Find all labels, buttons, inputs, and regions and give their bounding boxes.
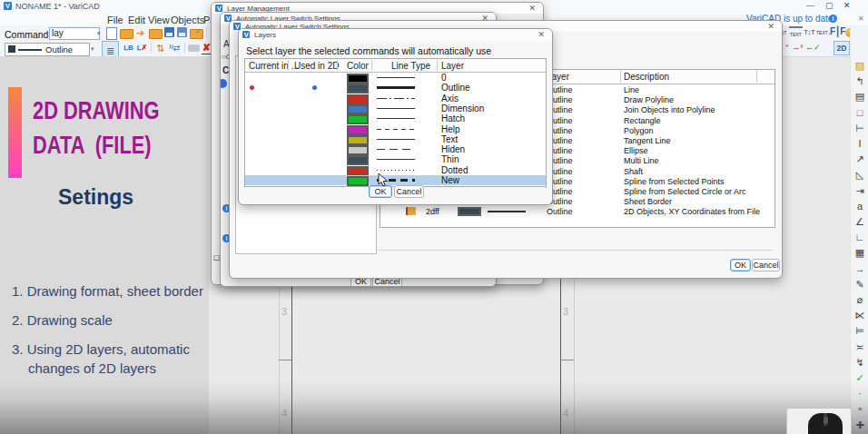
layer-delete-icon[interactable]: L̲✗: [135, 42, 149, 54]
check-mark-icon: ✓: [192, 25, 205, 38]
cad-tool-icon[interactable]: ✎: [851, 277, 868, 291]
line-type-sample: [377, 159, 415, 160]
text-height-icon[interactable]: T↕T: [803, 26, 816, 39]
cad-tool-icon[interactable]: ⋉: [851, 308, 868, 322]
command-input[interactable]: lay: [49, 27, 100, 40]
menu-view[interactable]: View: [148, 15, 170, 25]
text-width-icon[interactable]: TEXT↔: [816, 26, 830, 39]
layers-table-row[interactable]: Axis: [245, 94, 546, 104]
rename-layer-icon[interactable]: ᴺ⇄: [168, 42, 182, 54]
cad-tool-icon[interactable]: ◺: [851, 167, 868, 182]
cad-tool-icon[interactable]: ⇥: [851, 183, 868, 198]
dimension-delete-icon[interactable]: ↔ˣ: [791, 41, 804, 54]
font-icon[interactable]: F⎮F: [830, 25, 843, 38]
mouse-graphic: [808, 413, 843, 434]
zone-label: 3: [281, 306, 287, 317]
layers-table-row[interactable]: Hatch: [245, 113, 546, 123]
row-description: Polygon: [624, 126, 654, 135]
open-file-icon[interactable]: [120, 29, 133, 39]
layer-switch-tool-active[interactable]: ≣: [102, 41, 119, 57]
view-2d-button[interactable]: 2D: [833, 41, 850, 55]
mouse-wheel: [824, 417, 828, 424]
layers-table-row[interactable]: Thin: [245, 154, 546, 164]
menu-objects[interactable]: Objects: [171, 15, 204, 25]
cad-tool-icon[interactable]: ▨: [851, 58, 868, 73]
cad-tool-icon[interactable]: Ι: [851, 136, 868, 151]
cancel-button[interactable]: Cancel: [752, 259, 780, 271]
save-icon[interactable]: [164, 27, 174, 37]
layers-icon: ≣: [106, 45, 114, 56]
cad-tool-icon[interactable]: ✓: [851, 370, 868, 385]
layer-selector[interactable]: Outline: [5, 43, 90, 56]
row-description: Sheet Border: [624, 197, 672, 206]
cad-tool-icon[interactable]: ▦: [851, 245, 868, 260]
cad-tool-icon[interactable]: ⊢: [851, 121, 868, 135]
save-as-icon[interactable]: [177, 27, 187, 37]
dialog-titlebar[interactable]: Layers ✕: [239, 29, 552, 41]
dialog-prompt: Select layer the selected commands will …: [246, 45, 491, 56]
cad-tool-icon[interactable]: ✚: [851, 418, 868, 432]
color-swatch[interactable]: [347, 176, 369, 186]
move-layer-icon[interactable]: ⇅: [153, 42, 167, 54]
cad-tool-icon[interactable]: ·: [851, 386, 868, 400]
divider: [379, 250, 773, 251]
layer-line-preview: [18, 49, 42, 51]
varicad-app: NONAME 1* - VariCAD — ▢ ✕ File Edit View…: [0, 0, 868, 434]
cad-tool-icon[interactable]: □: [851, 105, 868, 120]
cad-tool-icon[interactable]: →: [851, 261, 868, 276]
info-icon[interactable]: i: [829, 15, 837, 23]
new-file-icon[interactable]: [106, 27, 117, 40]
menu-file[interactable]: File: [107, 15, 123, 25]
cad-tool-icon[interactable]: ≍: [851, 340, 868, 354]
maximize-button[interactable]: ▢: [825, 1, 833, 10]
cad-tool-icon[interactable]: ↯: [851, 355, 868, 370]
close-icon[interactable]: ✕: [767, 22, 774, 31]
command-dropdown-icon[interactable]: ▾: [97, 30, 101, 37]
line-type-sample: [377, 139, 415, 140]
close-button[interactable]: ✕: [843, 1, 851, 10]
cad-tool-icon[interactable]: ∠: [851, 214, 868, 229]
dialog-title: Layers: [254, 31, 276, 39]
cad-tool-icon[interactable]: ▤: [851, 89, 868, 104]
notice-close-icon[interactable]: ✕: [858, 15, 864, 23]
mouse-overlay-box: [786, 408, 852, 434]
cad-tool-icon[interactable]: ∘: [851, 401, 868, 416]
cad-tool-icon[interactable]: ⊨: [851, 323, 868, 338]
layer-name: Thin: [441, 154, 459, 164]
cad-tool-icon[interactable]: ↗: [851, 152, 868, 166]
text-lines-icon[interactable]: TEXT: [789, 26, 803, 41]
window-title: NONAME 1* - VariCAD: [15, 2, 100, 11]
minimize-button[interactable]: —: [806, 1, 814, 10]
layers-table-row[interactable]: New: [245, 175, 546, 185]
layer-name: 0: [441, 73, 447, 83]
layers-table-row[interactable]: Hiden: [245, 144, 546, 154]
zone-tick: [560, 360, 574, 360]
layers-table-row[interactable]: Outline: [245, 83, 546, 93]
layers-table-row[interactable]: Dotted: [245, 165, 546, 175]
panel-title-line1: 2D DRAWING: [33, 98, 160, 123]
cad-tool-icon[interactable]: a: [851, 199, 868, 213]
layers-table-row[interactable]: Text: [245, 134, 546, 144]
layer-dropdown-icon[interactable]: ▾: [91, 45, 94, 53]
cad-tool-icon[interactable]: ⌀: [851, 292, 868, 307]
close-icon[interactable]: ✕: [528, 4, 536, 13]
dimension-ok-icon[interactable]: ↔✓: [805, 41, 819, 54]
ok-button[interactable]: OK: [730, 259, 751, 271]
dialog-icon: [215, 5, 222, 12]
cad-tool-icon[interactable]: ↰: [851, 74, 868, 88]
layers-table-row[interactable]: 0: [245, 73, 546, 83]
cad-tool-icon[interactable]: ∟: [851, 230, 868, 244]
menu-edit[interactable]: Edit: [128, 15, 145, 25]
layers-table: Current in ... Used in 2D Color Line Typ…: [244, 58, 547, 187]
layers-table-row[interactable]: Dimension: [245, 104, 546, 113]
layers-table-row[interactable]: Help: [245, 124, 546, 134]
layer-name: Hatch: [441, 113, 465, 123]
open-recent-icon[interactable]: [149, 29, 163, 39]
import-icon[interactable]: ➔: [133, 26, 147, 39]
cancel-button[interactable]: Cancel: [394, 185, 424, 198]
row-description: Ellipse: [624, 146, 648, 155]
layer-color-chip: [8, 45, 15, 53]
close-icon[interactable]: ✕: [538, 30, 545, 39]
auto-switch-row[interactable]: 2dffOutline2D Objects, XY Coordinates fr…: [380, 206, 774, 216]
layer-edit-icon[interactable]: L̲B: [122, 42, 135, 54]
